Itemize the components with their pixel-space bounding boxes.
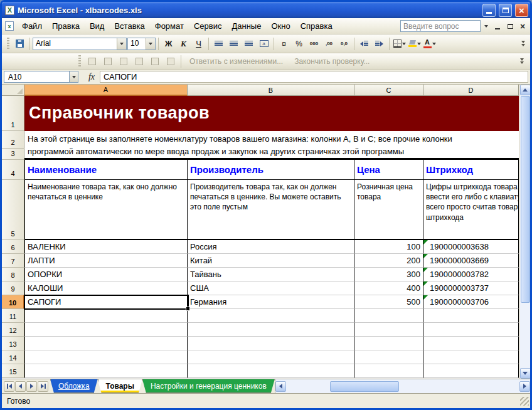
cell-d7[interactable]: 1900000003669 [423, 254, 519, 268]
header-barcode[interactable]: Штрихкод [423, 160, 519, 179]
bold-button[interactable]: Ж [161, 37, 176, 51]
align-center-button[interactable] [226, 37, 241, 51]
header-price[interactable]: Цена [354, 160, 423, 179]
cell-c14[interactable] [354, 350, 423, 364]
font-name-dropdown[interactable] [117, 38, 126, 50]
note-name[interactable]: Наименование товара так, как оно должно … [24, 180, 188, 239]
cell-d10[interactable]: 1900000003706 [423, 295, 519, 309]
comma-style-button[interactable]: 000 [307, 37, 321, 51]
toolbar-options-chevron[interactable] [519, 41, 528, 46]
borders-button[interactable] [392, 37, 407, 51]
cell-a15[interactable] [24, 364, 188, 378]
menu-view[interactable]: Вид [85, 19, 110, 33]
scroll-left-button[interactable] [275, 381, 286, 392]
delete-comment-button[interactable] [147, 55, 162, 68]
font-size-combo[interactable]: 10 [127, 38, 156, 50]
align-left-button[interactable] [211, 37, 226, 51]
cell-a7[interactable]: ЛАПТИ [24, 254, 188, 268]
mail-recipient-button[interactable] [163, 55, 178, 68]
menu-edit[interactable]: Правка [47, 19, 85, 33]
cell-c8[interactable]: 300 [354, 268, 423, 281]
fill-color-button[interactable] [407, 37, 422, 51]
next-sheet-button[interactable] [26, 381, 37, 392]
increase-indent-button[interactable] [372, 37, 386, 51]
close-button[interactable] [515, 4, 528, 17]
decrease-decimal-button[interactable]: 0,0 [337, 37, 351, 51]
row-header-9[interactable]: 9 [2, 281, 24, 295]
cell-a6[interactable]: ВАЛЕНКИ [24, 240, 188, 254]
row-header-4[interactable]: 4 [2, 160, 24, 180]
column-header-c[interactable]: C [354, 85, 423, 96]
row-header-11[interactable]: 11 [2, 309, 24, 323]
vertical-scroll-thumb[interactable] [521, 96, 530, 303]
scroll-right-button[interactable] [519, 381, 530, 392]
cell-c12[interactable] [354, 323, 423, 337]
cell-b6[interactable]: Россия [188, 240, 354, 254]
row-header-13[interactable]: 13 [2, 337, 24, 350]
cell-d14[interactable] [423, 350, 519, 364]
name-box-dropdown[interactable] [69, 71, 78, 83]
formula-input[interactable]: САПОГИ [100, 71, 528, 83]
cell-d6[interactable]: 1900000003638 [423, 240, 519, 254]
underline-button[interactable]: Ч [191, 37, 206, 51]
cell-c13[interactable] [354, 337, 423, 350]
italic-button[interactable]: К [176, 37, 191, 51]
percent-style-button[interactable]: % [292, 37, 306, 51]
first-sheet-button[interactable] [4, 381, 14, 392]
resize-grip[interactable] [520, 397, 529, 406]
previous-sheet-button[interactable] [15, 381, 26, 392]
save-button[interactable] [13, 37, 27, 51]
question-input[interactable] [400, 20, 481, 32]
select-all-corner[interactable] [2, 85, 24, 96]
workbook-close-button[interactable] [517, 21, 528, 31]
decrease-indent-button[interactable] [357, 37, 371, 51]
previous-comment-button[interactable] [100, 55, 115, 68]
column-header-d[interactable]: D [423, 85, 519, 96]
cell-c6[interactable]: 100 [354, 240, 423, 254]
cell-c9[interactable]: 400 [354, 281, 423, 295]
currency-style-button[interactable]: ¤ [277, 37, 291, 51]
toolbar-options-chevron[interactable] [518, 58, 526, 64]
last-sheet-button[interactable] [38, 381, 48, 392]
horizontal-scrollbar[interactable] [275, 379, 530, 393]
menu-insert[interactable]: Вставка [109, 19, 149, 33]
row-header-14[interactable]: 14 [2, 350, 24, 364]
cell-d15[interactable] [423, 364, 519, 378]
cell-a14[interactable] [24, 350, 188, 364]
cell-b11[interactable] [188, 309, 354, 323]
workbook-restore-button[interactable] [504, 21, 516, 31]
insert-function-button[interactable]: fx [83, 71, 100, 83]
font-color-button[interactable]: А [422, 37, 437, 51]
cell-a10-selected[interactable]: САПОГИ [24, 295, 188, 309]
row-header-1[interactable]: 1 [2, 96, 24, 131]
cell-d9[interactable]: 1900000003737 [423, 281, 519, 295]
row-header-7[interactable]: 7 [2, 254, 24, 268]
minimize-button[interactable] [482, 4, 496, 17]
cell-d12[interactable] [423, 323, 519, 337]
row-header-12[interactable]: 12 [2, 323, 24, 337]
cell-d8[interactable]: 1900000003782 [423, 268, 519, 281]
horizontal-scroll-track[interactable] [286, 381, 519, 392]
row-header-2[interactable]: 2 [2, 131, 24, 149]
column-header-a[interactable]: A [24, 85, 188, 96]
next-comment-button[interactable] [116, 55, 130, 68]
note-manufacturer[interactable]: Производитель товара так, как он должен … [188, 180, 354, 239]
menu-file[interactable]: Файл [17, 19, 47, 33]
cell-a11[interactable] [24, 309, 188, 323]
tab-goods-sheet-active[interactable]: Товары [98, 379, 142, 393]
toolbar-grip[interactable] [7, 38, 9, 50]
cell-b12[interactable] [188, 323, 354, 337]
cell-c10[interactable]: 500 [354, 295, 423, 309]
note-price[interactable]: Розничная цена товара [354, 180, 423, 239]
font-name-combo[interactable]: Arial [33, 38, 127, 50]
font-size-dropdown[interactable] [146, 38, 155, 50]
menu-window[interactable]: Окно [266, 19, 295, 33]
intro-text-cell[interactable]: На этой странице вы заполняете номенклат… [24, 131, 519, 160]
horizontal-scroll-thumb[interactable] [330, 381, 399, 392]
column-header-b[interactable]: B [188, 85, 354, 96]
header-name[interactable]: Наименование [24, 160, 188, 179]
show-hide-comments-button[interactable] [132, 55, 146, 68]
increase-decimal-button[interactable]: ,00 [322, 37, 336, 51]
name-box[interactable]: A10 [4, 71, 69, 83]
menu-data[interactable]: Данные [226, 19, 266, 33]
